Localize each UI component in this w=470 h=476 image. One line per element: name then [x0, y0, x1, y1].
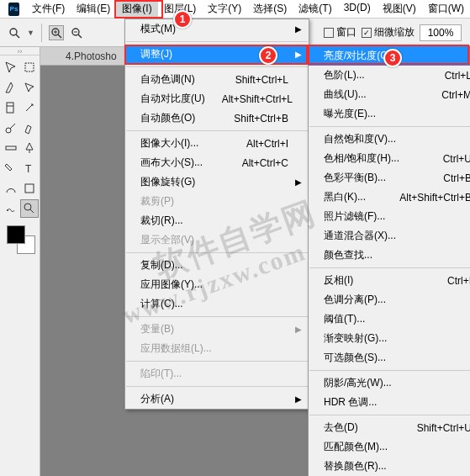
panel-grip[interactable]: ››: [0, 47, 40, 56]
document-tab[interactable]: 4.Photosho: [66, 50, 117, 62]
eraser-tool[interactable]: [2, 159, 20, 177]
annotation-marker-2: 2: [259, 46, 277, 65]
menu-bar: Ps 文件(F)编辑(E)图像(I)图层(L)文字(Y)选择(S)滤镜(T)3D…: [0, 0, 470, 19]
menu-文字[interactable]: 文字(Y): [202, 0, 247, 19]
window-checkbox[interactable]: 窗口: [324, 25, 356, 40]
path-tool[interactable]: [2, 179, 20, 198]
menu-3D[interactable]: 3D(D): [338, 0, 377, 19]
zoom-tool[interactable]: [20, 199, 39, 218]
hand-tool[interactable]: [2, 199, 20, 218]
menu-item[interactable]: 复制(D)...: [125, 256, 309, 275]
menu-item[interactable]: 自动色调(N)Shift+Ctrl+L: [125, 70, 309, 89]
submenu-arrow-icon: ▶: [295, 394, 302, 404]
menu-item: 变量(B)▶: [125, 320, 309, 339]
annotation-marker-1: 1: [173, 10, 192, 29]
submenu-arrow-icon: ▶: [295, 50, 302, 59]
menu-item[interactable]: 自动颜色(O)Shift+Ctrl+B: [125, 108, 309, 128]
menu-item: 陷印(T)...: [125, 364, 309, 383]
svg-rect-10: [7, 103, 13, 113]
svg-text:T: T: [25, 163, 32, 175]
menu-item[interactable]: 去色(D)Shift+Ctrl+U: [309, 418, 470, 437]
quick-select-tool[interactable]: [20, 78, 39, 97]
menu-视图[interactable]: 视图(V): [377, 0, 422, 19]
menu-item[interactable]: 自然饱和度(V)...: [309, 130, 470, 149]
zoom-in-icon[interactable]: [49, 25, 64, 40]
menu-item[interactable]: HDR 色调...: [309, 393, 470, 412]
menu-item[interactable]: 曲线(U)...Ctrl+M: [309, 85, 470, 104]
menu-item[interactable]: 黑白(K)...Alt+Shift+Ctrl+B: [309, 188, 470, 207]
submenu-arrow-icon: ▶: [295, 24, 302, 34]
menu-item[interactable]: 计算(C)...: [125, 294, 309, 314]
pen-tool[interactable]: [20, 139, 39, 157]
menu-item[interactable]: 自动对比度(U)Alt+Shift+Ctrl+L: [125, 89, 309, 108]
menu-item[interactable]: 裁切(R)...: [125, 211, 309, 230]
menu-item[interactable]: 色相/饱和度(H)...Ctrl+U: [309, 149, 470, 168]
menu-item[interactable]: 模式(M)▶: [125, 19, 309, 39]
svg-line-3: [58, 34, 61, 38]
scrubby-zoom-checkbox[interactable]: ✓细微缩放: [362, 25, 415, 40]
svg-line-1: [16, 34, 19, 38]
lasso-tool[interactable]: [2, 78, 20, 97]
zoom-percent-input[interactable]: [420, 24, 462, 41]
menu-编辑[interactable]: 编辑(E): [71, 0, 116, 19]
menu-item[interactable]: 分析(A)▶: [125, 389, 309, 409]
color-swatches[interactable]: [3, 225, 36, 259]
adjustments-submenu: 亮度/对比度(C)...色阶(L)...Ctrl+L曲线(U)...Ctrl+M…: [308, 45, 470, 476]
svg-point-19: [24, 204, 31, 210]
menu-item: 裁剪(P): [125, 192, 309, 211]
menu-item: 显示全部(V): [125, 230, 309, 250]
eyedropper-tool[interactable]: [20, 98, 39, 117]
dropdown-arrow-icon[interactable]: ▼: [27, 29, 34, 37]
image-menu-dropdown: 模式(M)▶调整(J)▶自动色调(N)Shift+Ctrl+L自动对比度(U)A…: [124, 19, 309, 410]
foreground-color[interactable]: [7, 225, 25, 244]
menu-item[interactable]: 色彩平衡(B)...Ctrl+B: [309, 168, 470, 188]
gradient-tool[interactable]: [2, 139, 20, 157]
menu-item[interactable]: 曝光度(E)...: [309, 104, 470, 124]
type-tool[interactable]: T: [20, 159, 39, 177]
menu-item[interactable]: 反相(I)Ctrl+I: [309, 271, 470, 290]
submenu-arrow-icon: ▶: [295, 325, 302, 334]
shape-tool[interactable]: [20, 179, 39, 198]
svg-rect-14: [6, 146, 16, 150]
annotation-marker-3: 3: [383, 49, 402, 67]
zoom-tool-icon[interactable]: [7, 25, 22, 40]
menu-窗口[interactable]: 窗口(W): [422, 0, 470, 19]
app-logo: Ps: [8, 3, 19, 16]
menu-item[interactable]: 画布大小(S)...Alt+Ctrl+C: [125, 153, 309, 172]
menu-item[interactable]: 应用图像(Y)...: [125, 275, 309, 294]
crop-tool[interactable]: [2, 98, 20, 117]
menu-选择[interactable]: 选择(S): [247, 0, 293, 19]
svg-point-18: [7, 209, 8, 211]
menu-滤镜[interactable]: 滤镜(T): [293, 0, 337, 19]
tools-panel: ›› T: [0, 47, 40, 476]
menu-图像[interactable]: 图像(I): [116, 0, 157, 19]
menu-item[interactable]: 渐变映射(G)...: [309, 329, 470, 348]
svg-rect-17: [25, 184, 34, 193]
menu-item[interactable]: 替换颜色(R)...: [309, 457, 470, 476]
menu-item[interactable]: 照片滤镜(F)...: [309, 207, 470, 226]
svg-line-20: [30, 209, 34, 213]
svg-line-7: [78, 34, 82, 38]
menu-item[interactable]: 色调分离(P)...: [309, 290, 470, 309]
menu-文件[interactable]: 文件(F): [26, 0, 71, 19]
menu-item[interactable]: 可选颜色(S)...: [309, 348, 470, 368]
menu-item[interactable]: 颜色查找...: [309, 246, 470, 265]
menu-item[interactable]: 图像大小(I)...Alt+Ctrl+I: [125, 134, 309, 153]
menu-item[interactable]: 图像旋转(G)▶: [125, 172, 309, 192]
menu-item[interactable]: 调整(J)▶: [125, 45, 309, 64]
marquee-tool[interactable]: [20, 58, 39, 77]
checkbox-label: 细微缩放: [374, 25, 415, 40]
zoom-out-icon[interactable]: [69, 25, 84, 40]
menu-item[interactable]: 阈值(T)...: [309, 309, 470, 329]
menu-item: 应用数据组(L)...: [125, 339, 309, 358]
clone-tool[interactable]: [20, 119, 39, 137]
menu-item[interactable]: 色阶(L)...Ctrl+L: [309, 66, 470, 85]
brush-tool[interactable]: [2, 119, 20, 137]
menu-item[interactable]: 阴影/高光(W)...: [309, 373, 470, 393]
submenu-arrow-icon: ▶: [295, 177, 302, 187]
menu-item[interactable]: 匹配颜色(M)...: [309, 437, 470, 457]
move-tool[interactable]: [2, 58, 20, 77]
svg-point-0: [10, 29, 17, 35]
checkbox-label: 窗口: [336, 25, 356, 40]
menu-item[interactable]: 通道混合器(X)...: [309, 226, 470, 246]
